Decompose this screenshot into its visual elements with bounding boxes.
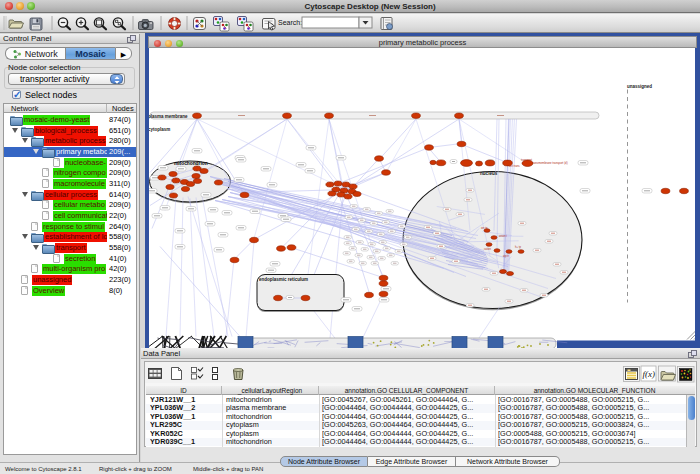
svg-text:plasma membrane: plasma membrane — [149, 114, 188, 119]
svg-text:atp tr: atp tr — [503, 254, 509, 258]
svg-text:endoplasmic reticulum: endoplasmic reticulum — [259, 277, 308, 282]
svg-text:anion t: anion t — [499, 234, 507, 238]
svg-text:cation: cation — [484, 247, 491, 251]
svg-text:unassigned: unassigned — [627, 84, 652, 89]
svg-text:Search:: Search: — [278, 19, 302, 26]
svg-text:nucleus: nucleus — [480, 171, 498, 176]
svg-text:h+ tp: h+ tp — [515, 245, 521, 249]
svg-text:transmembrane transport (d): transmembrane transport (d) — [532, 161, 568, 165]
svg-text:f(x): f(x) — [643, 369, 656, 379]
svg-text:mitochondrion: mitochondrion — [174, 161, 208, 166]
svg-text:cytoplasm: cytoplasm — [149, 127, 170, 132]
